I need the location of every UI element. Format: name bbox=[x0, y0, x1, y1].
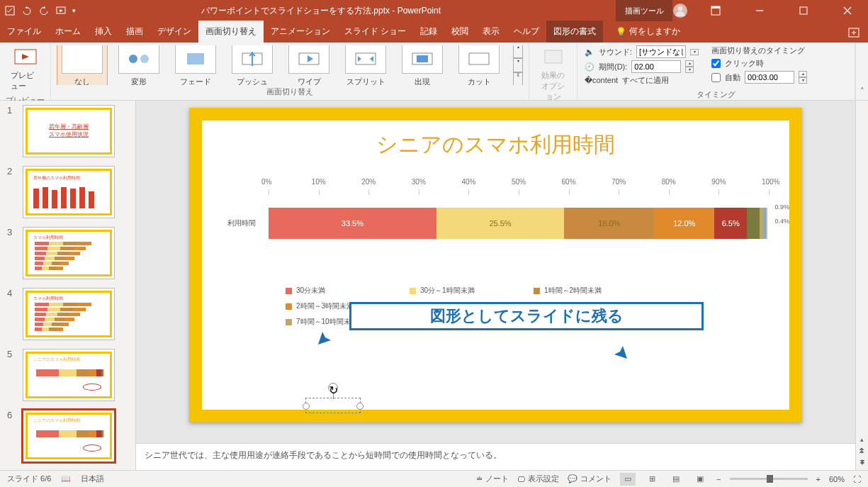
share-button[interactable] bbox=[840, 23, 868, 43]
tab-record[interactable]: 記録 bbox=[413, 21, 444, 43]
maximize-icon[interactable] bbox=[787, 1, 820, 21]
tab-review[interactable]: 校閲 bbox=[444, 21, 475, 43]
start-from-beginning-icon[interactable] bbox=[55, 5, 67, 16]
normal-view-icon[interactable]: ▭ bbox=[620, 473, 636, 486]
legend-swatch bbox=[534, 288, 540, 294]
autosave-icon[interactable] bbox=[4, 5, 16, 16]
duration-field[interactable] bbox=[631, 60, 681, 73]
account-icon[interactable] bbox=[672, 3, 688, 18]
axis-tick bbox=[619, 178, 619, 198]
slide-thumbnails-panel[interactable]: 1若年層・高齢層 スマホ使用状況2若年層のスマホ利用時間3スマホ利用時間4スマホ… bbox=[0, 101, 136, 470]
apply-to-all-button[interactable]: �contentすべてに適用 bbox=[585, 75, 699, 86]
legend-item: 30分未満 bbox=[286, 286, 410, 296]
tab-draw[interactable]: 描画 bbox=[119, 21, 150, 43]
reading-view-icon[interactable]: ▤ bbox=[668, 473, 684, 486]
axis-tick bbox=[718, 178, 719, 198]
selected-shape-handles[interactable]: ↻ bbox=[305, 398, 361, 413]
display-settings-button[interactable]: 🖵 表示設定 bbox=[517, 474, 559, 484]
after-time-field[interactable] bbox=[745, 71, 794, 84]
slide-title: シニアのスマホ利用時間 bbox=[215, 130, 777, 159]
slideshow-view-icon[interactable]: ▣ bbox=[692, 473, 708, 486]
thumbnail[interactable]: 2若年層のスマホ利用時間 bbox=[0, 162, 135, 223]
title-bar: ▾ パワーポイントでスライドショーをする方法.pptx - PowerPoint… bbox=[0, 0, 868, 21]
svg-rect-21 bbox=[545, 50, 562, 63]
transition-fade[interactable]: フェード bbox=[170, 45, 221, 85]
thumbnail[interactable]: 6シニアのスマホ利用時間 bbox=[0, 405, 135, 466]
advance-slide-label: 画面切り替えのタイミング bbox=[711, 45, 807, 56]
prev-slide-icon[interactable]: ▴ bbox=[857, 435, 867, 444]
bar-segment: 25.5% bbox=[436, 208, 564, 239]
bar-segment: 6.5% bbox=[714, 208, 747, 239]
tab-slideshow[interactable]: スライド ショー bbox=[337, 21, 413, 43]
axis-tick bbox=[269, 178, 269, 198]
after-checkbox[interactable] bbox=[711, 73, 721, 82]
window-title: パワーポイントでスライドショーをする方法.pptx - PowerPoint bbox=[76, 5, 566, 17]
svg-rect-5 bbox=[711, 6, 720, 9]
zoom-slider[interactable] bbox=[730, 478, 808, 480]
transition-none[interactable]: なし bbox=[57, 45, 108, 85]
rotate-handle-icon[interactable]: ↻ bbox=[328, 383, 338, 393]
category-label: 利用時間 bbox=[215, 218, 269, 228]
spinner-down-icon[interactable]: ▾ bbox=[685, 67, 694, 73]
slide-canvas[interactable]: シニアのスマホ利用時間 利用時間 33.5%25.5%18.0%12.0%6.5… bbox=[136, 101, 855, 443]
zoom-level[interactable]: 60% bbox=[829, 475, 845, 483]
vertical-scrollbar[interactable]: ▴ ⯭ ⯯ bbox=[855, 101, 868, 470]
ext-label-2: 0.4% bbox=[774, 218, 789, 225]
language-label[interactable]: 日本語 bbox=[81, 474, 104, 484]
gallery-down-icon[interactable]: ▾ bbox=[513, 58, 523, 72]
transition-cut[interactable]: カット bbox=[453, 45, 505, 85]
tab-animations[interactable]: アニメーション bbox=[264, 21, 337, 43]
svg-rect-14 bbox=[187, 53, 204, 65]
next-slide-double-icon[interactable]: ⯯ bbox=[857, 457, 867, 467]
sorter-view-icon[interactable]: ⊞ bbox=[644, 473, 660, 486]
notes-button[interactable]: ≐ ノート bbox=[476, 474, 509, 484]
minimize-icon[interactable] bbox=[743, 1, 776, 21]
sound-dropdown-icon[interactable]: ▾ bbox=[690, 49, 699, 55]
spinner-up-icon[interactable]: ▴ bbox=[799, 71, 807, 77]
transition-morph[interactable]: 変形 bbox=[113, 45, 164, 85]
tab-file[interactable]: ファイル bbox=[0, 21, 48, 43]
thumbnail[interactable]: 1若年層・高齢層 スマホ使用状況 bbox=[0, 101, 135, 162]
thumbnail[interactable]: 3スマホ利用時間 bbox=[0, 223, 135, 284]
gallery-more-icon[interactable]: ⊼ bbox=[513, 72, 523, 85]
spellcheck-icon[interactable]: 📖 bbox=[61, 474, 71, 483]
undo-icon[interactable] bbox=[21, 5, 33, 16]
transition-push[interactable]: プッシュ bbox=[227, 45, 278, 85]
thumbnail[interactable]: 5シニアのスマホ利用時間 bbox=[0, 345, 135, 405]
spinner-down-icon[interactable]: ▾ bbox=[799, 77, 807, 84]
tell-me[interactable]: 💡何をしますか bbox=[609, 21, 687, 43]
gallery-up-icon[interactable]: ▴ bbox=[513, 45, 523, 58]
bar-segment bbox=[747, 208, 760, 239]
tab-design[interactable]: デザイン bbox=[150, 21, 198, 43]
on-click-checkbox[interactable] bbox=[711, 59, 721, 68]
transition-wipe[interactable]: ワイプ bbox=[283, 45, 334, 85]
spinner-up-icon[interactable]: ▴ bbox=[685, 60, 694, 67]
tab-help[interactable]: ヘルプ bbox=[507, 21, 546, 43]
svg-rect-20 bbox=[469, 53, 489, 65]
svg-point-12 bbox=[129, 55, 137, 63]
tab-home[interactable]: ホーム bbox=[48, 21, 88, 43]
axis-tick bbox=[368, 178, 369, 198]
preview-button[interactable]: プレビュー bbox=[6, 45, 45, 94]
tab-transitions[interactable]: 画面切り替え bbox=[198, 21, 264, 43]
thumbnail[interactable]: 4スマホ利用時間 bbox=[0, 284, 135, 345]
zoom-in-icon[interactable]: + bbox=[816, 475, 821, 483]
notes-pane[interactable]: シニア世代では、主な使用用途が連絡手段であることから短時間での使用時間となってい… bbox=[136, 443, 855, 470]
comments-button[interactable]: 💬 コメント bbox=[568, 474, 611, 484]
fit-to-window-icon[interactable]: ⛶ bbox=[853, 475, 861, 483]
bar-segment bbox=[766, 208, 767, 239]
zoom-out-icon[interactable]: − bbox=[716, 475, 721, 483]
close-icon[interactable] bbox=[831, 1, 864, 21]
transition-appear[interactable]: 出現 bbox=[397, 45, 448, 85]
ribbon-display-icon[interactable] bbox=[699, 1, 732, 21]
redo-icon[interactable] bbox=[38, 5, 50, 16]
collapse-ribbon-icon[interactable]: ˄ bbox=[855, 43, 868, 100]
tab-shape-format[interactable]: 図形の書式 bbox=[546, 21, 603, 43]
axis-tick bbox=[769, 178, 770, 198]
tab-view[interactable]: 表示 bbox=[475, 21, 507, 43]
transition-split[interactable]: スプリット bbox=[340, 45, 391, 85]
sound-select[interactable] bbox=[636, 45, 686, 58]
slide[interactable]: シニアのスマホ利用時間 利用時間 33.5%25.5%18.0%12.0%6.5… bbox=[189, 108, 802, 422]
tab-insert[interactable]: 挿入 bbox=[88, 21, 119, 43]
prev-slide-double-icon[interactable]: ⯭ bbox=[857, 446, 867, 456]
